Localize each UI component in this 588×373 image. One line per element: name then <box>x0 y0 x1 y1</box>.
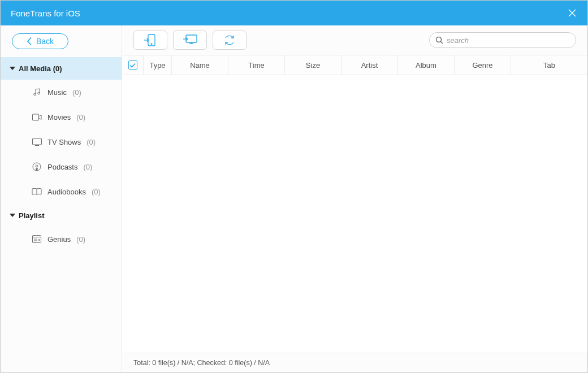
export-to-computer-button[interactable] <box>173 31 207 50</box>
svg-point-5 <box>36 165 38 167</box>
main-panel: Type Name Time Size Artist Album Genre T… <box>122 25 587 372</box>
movie-icon <box>32 112 42 122</box>
svg-point-7 <box>38 239 40 240</box>
back-button[interactable]: Back <box>12 33 68 49</box>
sidebar-item-count: (0) <box>92 188 101 196</box>
back-label: Back <box>36 37 54 46</box>
sidebar-item-count: (0) <box>76 235 85 244</box>
sidebar-item-count: (0) <box>83 163 92 171</box>
sidebar-item-label: Genius <box>47 235 71 244</box>
music-note-icon <box>32 88 42 97</box>
column-type[interactable]: Type <box>144 55 172 75</box>
export-computer-icon <box>183 34 197 46</box>
column-name[interactable]: Name <box>172 55 228 75</box>
sidebar-group-all-media[interactable]: All Media (0) <box>1 57 122 80</box>
sidebar-group-label: All Media (0) <box>19 64 62 73</box>
close-icon <box>568 9 576 17</box>
column-genre[interactable]: Genre <box>455 55 511 75</box>
svg-rect-2 <box>32 114 38 120</box>
chevron-left-icon <box>27 37 32 45</box>
window-title: FoneTrans for iOS <box>11 8 80 18</box>
table-header: Type Name Time Size Artist Album Genre T… <box>122 55 587 75</box>
genius-icon <box>32 235 42 244</box>
sidebar-item-audiobooks[interactable]: Audiobooks (0) <box>1 179 122 204</box>
close-button[interactable] <box>567 8 577 18</box>
refresh-icon <box>223 35 236 45</box>
tv-icon <box>32 137 42 146</box>
sidebar-group-playlist[interactable]: Playlist <box>1 204 122 227</box>
column-tab[interactable]: Tab <box>511 55 587 75</box>
column-artist[interactable]: Artist <box>341 55 398 75</box>
select-all-checkbox[interactable] <box>128 60 137 70</box>
import-to-device-button[interactable] <box>133 31 167 50</box>
svg-point-9 <box>151 44 152 45</box>
sidebar-item-movies[interactable]: Movies (0) <box>1 105 122 129</box>
sidebar-item-genius[interactable]: Genius (0) <box>1 227 122 251</box>
sidebar-item-label: Music <box>47 88 67 97</box>
column-checkbox[interactable] <box>122 55 144 75</box>
svg-point-11 <box>436 37 442 42</box>
toolbar <box>122 25 587 55</box>
sidebar-group-label: Playlist <box>19 211 45 220</box>
status-text: Total: 0 file(s) / N/A; Checked: 0 file(… <box>133 359 270 367</box>
sidebar-item-label: Podcasts <box>47 163 77 171</box>
sidebar-item-count: (0) <box>72 88 81 97</box>
column-album[interactable]: Album <box>398 55 455 75</box>
search-input[interactable] <box>447 36 570 45</box>
import-device-icon <box>144 34 157 46</box>
podcast-icon <box>32 162 42 171</box>
search-icon <box>435 36 443 44</box>
svg-rect-3 <box>32 138 41 145</box>
sidebar-item-label: TV Shows <box>47 138 81 146</box>
audiobook-icon <box>32 187 42 196</box>
caret-down-icon <box>10 214 15 217</box>
sidebar-item-tv-shows[interactable]: TV Shows (0) <box>1 129 122 154</box>
caret-down-icon <box>10 67 15 70</box>
sidebar-item-music[interactable]: Music (0) <box>1 80 122 105</box>
titlebar: FoneTrans for iOS <box>1 1 587 25</box>
sidebar: Back All Media (0) Music (0) Movies (0) <box>1 25 122 372</box>
app-window: FoneTrans for iOS Back All Media (0) Mus… <box>0 0 588 373</box>
table-body <box>122 75 587 353</box>
column-size[interactable]: Size <box>285 55 341 75</box>
column-time[interactable]: Time <box>228 55 285 75</box>
sidebar-item-podcasts[interactable]: Podcasts (0) <box>1 154 122 179</box>
statusbar: Total: 0 file(s) / N/A; Checked: 0 file(… <box>122 353 587 372</box>
refresh-button[interactable] <box>213 31 247 50</box>
sidebar-item-count: (0) <box>87 138 96 146</box>
sidebar-item-count: (0) <box>76 113 85 122</box>
app-body: Back All Media (0) Music (0) Movies (0) <box>1 25 587 372</box>
search-box[interactable] <box>429 32 576 48</box>
sidebar-item-label: Audiobooks <box>47 188 86 196</box>
sidebar-item-label: Movies <box>47 113 71 122</box>
